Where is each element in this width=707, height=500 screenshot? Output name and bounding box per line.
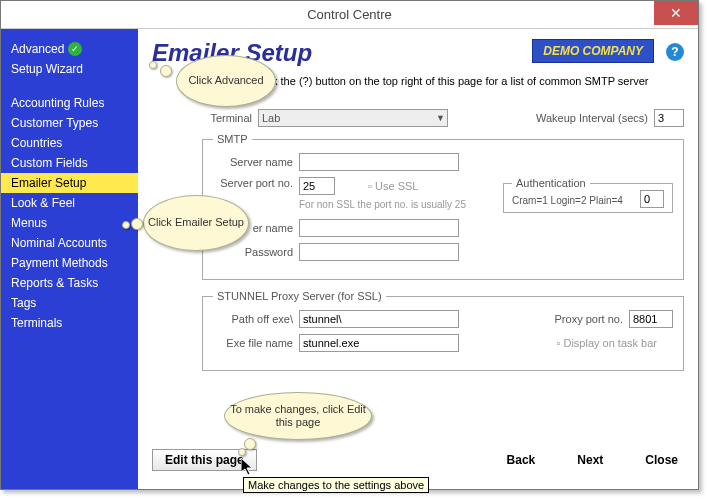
chevron-down-icon: ▼ xyxy=(436,113,445,123)
callout-emailer-setup: Click Emailer Setup xyxy=(143,195,249,251)
sidebar-item-terminals[interactable]: Terminals xyxy=(1,313,138,333)
server-name-input[interactable] xyxy=(299,153,459,171)
titlebar: Control Centre ✕ xyxy=(1,1,698,29)
sidebar-item-reports-and-tasks[interactable]: Reports & Tasks xyxy=(1,273,138,293)
sidebar-item-emailer-setup[interactable]: Emailer Setup xyxy=(1,173,138,193)
callout-tail xyxy=(244,438,256,450)
server-port-label: Server port no. xyxy=(213,177,293,189)
sidebar-item-menus[interactable]: Menus xyxy=(1,213,138,233)
footer: Edit this page Back Next Close xyxy=(152,449,684,471)
password-input[interactable] xyxy=(299,243,459,261)
use-ssl-checkbox[interactable]: ▫ Use SSL xyxy=(368,180,418,192)
sidebar: Advanced ✓ Setup Wizard Accounting Rules… xyxy=(1,29,138,489)
sidebar-item-countries[interactable]: Countries xyxy=(1,133,138,153)
callout-tail xyxy=(131,218,143,230)
auth-legend: Authentication xyxy=(512,177,590,189)
terminal-label: Terminal xyxy=(202,112,252,124)
stunnel-legend: STUNNEL Proxy Server (for SSL) xyxy=(213,290,386,302)
callout-tail xyxy=(238,448,246,456)
sidebar-item-customer-types[interactable]: Customer Types xyxy=(1,113,138,133)
sidebar-item-label: Setup Wizard xyxy=(11,62,83,76)
callout-advanced: Click Advanced xyxy=(176,55,276,107)
sidebar-item-setup-wizard[interactable]: Setup Wizard xyxy=(1,59,138,79)
exe-label: Exe file name xyxy=(213,337,293,349)
page-hint: k the (?) button on the top right of thi… xyxy=(272,75,684,87)
display-taskbar-checkbox[interactable]: ▫ Display on task bar xyxy=(556,337,657,349)
sidebar-item-custom-fields[interactable]: Custom Fields xyxy=(1,153,138,173)
sidebar-item-payment-methods[interactable]: Payment Methods xyxy=(1,253,138,273)
sidebar-item-accounting-rules[interactable]: Accounting Rules xyxy=(1,93,138,113)
user-name-input[interactable] xyxy=(299,219,459,237)
auth-group: Authentication Cram=1 Login=2 Plain=4 xyxy=(503,177,673,213)
sidebar-item-nominal-accounts[interactable]: Nominal Accounts xyxy=(1,233,138,253)
window-title: Control Centre xyxy=(307,7,392,22)
server-port-input[interactable] xyxy=(299,177,335,195)
sidebar-item-look-and-feel[interactable]: Look & Feel xyxy=(1,193,138,213)
next-button[interactable]: Next xyxy=(571,451,609,469)
smtp-legend: SMTP xyxy=(213,133,252,145)
help-icon[interactable]: ? xyxy=(666,43,684,61)
wakeup-input[interactable] xyxy=(654,109,684,127)
path-label: Path off exe\ xyxy=(213,313,293,325)
sidebar-item-advanced[interactable]: Advanced ✓ xyxy=(1,39,138,59)
callout-tail xyxy=(149,61,157,69)
callout-tail xyxy=(160,65,172,77)
back-button[interactable]: Back xyxy=(501,451,542,469)
check-icon: ✓ xyxy=(68,42,82,56)
ssl-note: For non SSL the port no. is usually 25 xyxy=(299,199,466,210)
close-icon: ✕ xyxy=(670,5,682,21)
sidebar-item-label: Advanced xyxy=(11,42,64,56)
terminal-select[interactable]: Lab ▼ xyxy=(258,109,448,127)
callout-tail xyxy=(122,221,130,229)
window-close-button[interactable]: ✕ xyxy=(654,1,698,25)
close-button[interactable]: Close xyxy=(639,451,684,469)
callout-edit-page: To make changes, click Edit this page xyxy=(224,392,372,440)
stunnel-group: STUNNEL Proxy Server (for SSL) Path off … xyxy=(202,290,684,371)
demo-company-badge: DEMO COMPANY xyxy=(532,39,654,63)
smtp-group: SMTP Server name Server port no. ▫ Use S… xyxy=(202,133,684,280)
exe-input[interactable] xyxy=(299,334,459,352)
password-label: Password xyxy=(213,246,293,258)
proxy-port-label: Proxy port no. xyxy=(555,313,623,325)
server-name-label: Server name xyxy=(213,156,293,168)
path-input[interactable] xyxy=(299,310,459,328)
auth-input[interactable] xyxy=(640,190,664,208)
wakeup-label: Wakeup Interval (secs) xyxy=(536,112,648,124)
proxy-port-input[interactable] xyxy=(629,310,673,328)
tooltip: Make changes to the settings above xyxy=(243,477,429,493)
sidebar-item-tags[interactable]: Tags xyxy=(1,293,138,313)
